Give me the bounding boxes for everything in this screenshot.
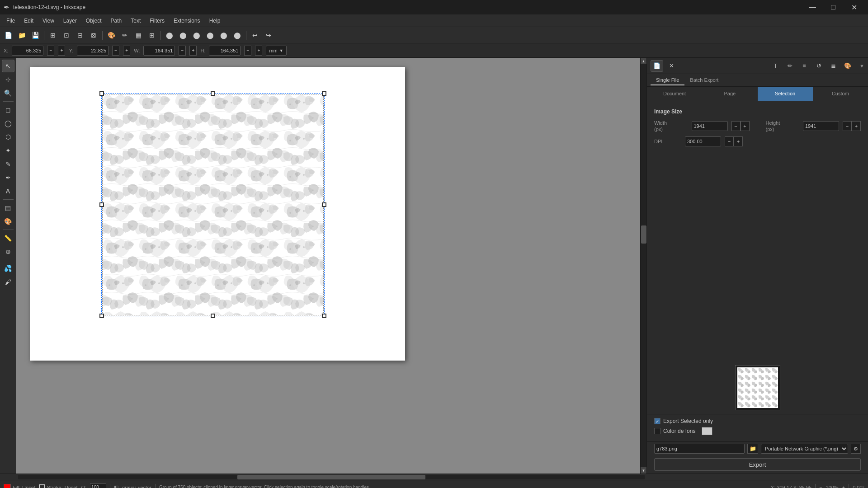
paint-tool[interactable]: 🖌 bbox=[2, 276, 14, 288]
hscroll-thumb[interactable] bbox=[237, 475, 425, 479]
menu-path[interactable]: Path bbox=[106, 16, 127, 26]
scroll-thumb-v[interactable] bbox=[641, 225, 646, 244]
menu-filters[interactable]: Filters bbox=[145, 16, 169, 26]
polygon-tool[interactable]: ⬡ bbox=[2, 131, 14, 143]
format-settings-btn[interactable]: ⚙ bbox=[851, 444, 861, 454]
canvas-document[interactable] bbox=[30, 67, 405, 361]
h-plus[interactable]: + bbox=[255, 46, 262, 56]
export-icon-file[interactable]: 📄 bbox=[651, 60, 663, 72]
y-input[interactable] bbox=[77, 46, 108, 56]
zoom-in-btn[interactable]: + bbox=[842, 485, 845, 488]
stroke-btn[interactable]: ✏ bbox=[118, 29, 131, 41]
opacity-input[interactable] bbox=[90, 483, 106, 488]
menu-layer[interactable]: Layer bbox=[59, 16, 81, 26]
minimize-button[interactable]: — bbox=[802, 0, 823, 14]
height-minus-btn[interactable]: − bbox=[843, 121, 852, 131]
gradient-btn[interactable]: ▦ bbox=[132, 29, 145, 41]
width-minus-btn[interactable]: − bbox=[731, 121, 741, 131]
align-center-btn[interactable]: ⬤ bbox=[177, 29, 189, 41]
export-icon-close[interactable]: ✕ bbox=[665, 60, 678, 72]
width-input[interactable] bbox=[692, 121, 728, 131]
node-tool[interactable]: ⊹ bbox=[2, 73, 14, 86]
subtab-batch-export[interactable]: Batch Export bbox=[684, 75, 724, 85]
menu-help[interactable]: Help bbox=[205, 16, 225, 26]
fill-color-box[interactable] bbox=[4, 484, 11, 488]
maximize-button[interactable]: □ bbox=[823, 0, 844, 14]
zoom-page-btn[interactable]: ⊡ bbox=[60, 29, 73, 41]
menu-file[interactable]: File bbox=[2, 16, 19, 26]
canvas-area[interactable]: ⋮ ▲ ▼ bbox=[16, 58, 646, 474]
spray-tool[interactable]: 💦 bbox=[2, 262, 14, 275]
align-mid-btn[interactable]: ⬤ bbox=[217, 29, 230, 41]
tab-document[interactable]: Document bbox=[647, 87, 702, 101]
dpi-minus-btn[interactable]: − bbox=[725, 136, 734, 146]
menu-object[interactable]: Object bbox=[81, 16, 106, 26]
dpi-input[interactable] bbox=[685, 136, 721, 146]
tab-selection[interactable]: Selection bbox=[758, 87, 813, 101]
color-bg-checkbox[interactable] bbox=[654, 428, 660, 434]
export-icon-edit[interactable]: ✏ bbox=[783, 60, 796, 72]
align-left-btn[interactable]: ⬤ bbox=[163, 29, 176, 41]
artwork[interactable] bbox=[102, 94, 324, 315]
more-panels-btn[interactable]: ▼ bbox=[859, 63, 864, 69]
export-icon-fill[interactable]: 🎨 bbox=[841, 60, 854, 72]
export-icon-list[interactable]: ≡ bbox=[798, 60, 811, 72]
text-tool[interactable]: A bbox=[2, 185, 14, 197]
y-minus[interactable]: − bbox=[112, 46, 119, 56]
menu-text[interactable]: Text bbox=[126, 16, 145, 26]
align-top-btn[interactable]: ⬤ bbox=[204, 29, 217, 41]
zoom-draw-btn[interactable]: ⊟ bbox=[74, 29, 86, 41]
measure-tool[interactable]: 📏 bbox=[2, 232, 14, 244]
fill-btn[interactable]: 🎨 bbox=[105, 29, 118, 41]
unit-selector[interactable]: mm ▼ bbox=[266, 46, 286, 56]
menu-extensions[interactable]: Extensions bbox=[169, 16, 205, 26]
w-input[interactable] bbox=[143, 46, 175, 56]
zoom-fit-btn[interactable]: ⊞ bbox=[47, 29, 59, 41]
stroke-color-box[interactable] bbox=[39, 484, 45, 488]
close-button[interactable]: ✕ bbox=[844, 0, 864, 14]
browse-folder-btn[interactable]: 📁 bbox=[747, 444, 758, 454]
menu-edit[interactable]: Edit bbox=[19, 16, 38, 26]
vertical-scrollbar[interactable]: ▲ ▼ bbox=[640, 58, 646, 474]
circle-tool[interactable]: ◯ bbox=[2, 117, 14, 130]
menu-view[interactable]: View bbox=[38, 16, 59, 26]
x-plus[interactable]: + bbox=[58, 46, 65, 56]
format-select[interactable]: Portable Network Graphic (*.png) SVG (*.… bbox=[761, 444, 848, 454]
y-plus[interactable]: + bbox=[123, 46, 130, 56]
align-right-btn[interactable]: ⬤ bbox=[190, 29, 203, 41]
eyedrop-tool[interactable]: 🎨 bbox=[2, 215, 14, 228]
pen-tool[interactable]: ✒ bbox=[2, 171, 14, 184]
align-bot-btn[interactable]: ⬤ bbox=[231, 29, 244, 41]
undo-btn[interactable]: ↩ bbox=[249, 29, 261, 41]
zoom-out-btn[interactable]: − bbox=[819, 485, 822, 488]
select-tool[interactable]: ↖ bbox=[2, 60, 14, 72]
new-btn[interactable]: 📄 bbox=[2, 29, 14, 41]
filename-input[interactable] bbox=[654, 444, 745, 454]
star-tool[interactable]: ✦ bbox=[2, 144, 14, 157]
x-input[interactable] bbox=[12, 46, 43, 56]
scroll-track-v[interactable] bbox=[641, 64, 647, 467]
tab-page[interactable]: Page bbox=[702, 87, 757, 101]
connector-tool[interactable]: ⊕ bbox=[2, 245, 14, 258]
w-minus[interactable]: − bbox=[179, 46, 186, 56]
width-plus-btn[interactable]: + bbox=[741, 121, 750, 131]
x-minus[interactable]: − bbox=[47, 46, 54, 56]
open-btn[interactable]: 📁 bbox=[15, 29, 28, 41]
export-icon-text[interactable]: T bbox=[769, 60, 782, 72]
h-minus[interactable]: − bbox=[244, 46, 251, 56]
zoom-tool[interactable]: 🔍 bbox=[2, 87, 14, 99]
pencil-tool[interactable]: ✎ bbox=[2, 158, 14, 170]
scroll-down-btn[interactable]: ▼ bbox=[641, 467, 647, 474]
pattern-btn[interactable]: ⊞ bbox=[146, 29, 158, 41]
scroll-up-btn[interactable]: ▲ bbox=[641, 58, 647, 64]
save-btn[interactable]: 💾 bbox=[29, 29, 42, 41]
gradient-tool[interactable]: ▤ bbox=[2, 202, 14, 214]
bg-color-swatch[interactable] bbox=[702, 427, 712, 435]
zoom-select-btn[interactable]: ⊠ bbox=[87, 29, 100, 41]
tab-custom[interactable]: Custom bbox=[813, 87, 868, 101]
export-button[interactable]: Export bbox=[654, 458, 861, 471]
dpi-plus-btn[interactable]: + bbox=[734, 136, 743, 146]
rect-tool[interactable]: ◻ bbox=[2, 103, 14, 116]
height-input[interactable] bbox=[803, 121, 839, 131]
w-plus[interactable]: + bbox=[189, 46, 197, 56]
